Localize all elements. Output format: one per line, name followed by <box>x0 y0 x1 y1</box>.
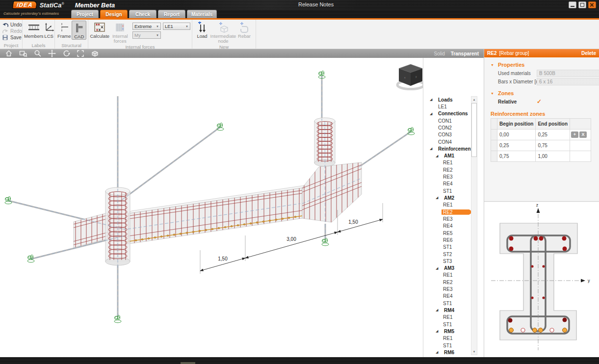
expander-icon[interactable]: ◢ <box>430 98 432 102</box>
zoom-window-icon[interactable] <box>19 50 27 57</box>
scrollbar-thumb[interactable] <box>471 103 477 157</box>
zone-row: 0,250,75 <box>491 140 591 151</box>
ribbon-group-new: Load Intermediate node Rebar New <box>192 20 256 49</box>
expander-icon[interactable]: ◢ <box>436 196 438 200</box>
frame-icon <box>59 22 69 33</box>
tree-item-label: Reinforcement <box>438 146 472 152</box>
tree-item-label: RM4 <box>444 308 454 313</box>
z-axis-label: z <box>536 203 539 208</box>
solid-view-icon[interactable] <box>91 50 99 57</box>
zoom-fit-icon[interactable] <box>77 50 84 57</box>
save-button[interactable]: Save <box>2 35 22 40</box>
tree-item-label: ST1 <box>443 188 452 194</box>
inspector-header: RE2 [Rebar group] Delete <box>484 49 599 57</box>
tree-item-label: RE1 <box>443 272 452 278</box>
solid-toggle[interactable]: Solid <box>434 51 445 56</box>
delete-button[interactable]: Delete <box>581 51 596 56</box>
remove-zone-button[interactable]: X <box>579 131 587 138</box>
undo-icon <box>2 22 8 27</box>
tab-check[interactable]: Check <box>129 10 156 18</box>
app-logo: IDEA StatiCa® Member Beta <box>13 1 115 9</box>
extreme-dropdown[interactable]: Extreme▼ <box>132 23 161 30</box>
end-position-header: End position <box>536 119 570 130</box>
load-case-dropdown[interactable]: LE1▼ <box>163 23 190 30</box>
end-position-cell[interactable]: 0,75 <box>536 140 570 151</box>
tree-item-label: RE4 <box>443 181 452 186</box>
tab-report[interactable]: Report <box>158 10 185 18</box>
y-axis-arrow <box>581 279 585 283</box>
transparent-toggle[interactable]: Transparent <box>451 51 479 56</box>
begin-position-header: Begin position <box>497 119 536 130</box>
tree-item-label: RE1 <box>443 336 452 341</box>
tree-scrollbar[interactable]: ▲ ▼ <box>471 96 477 355</box>
relative-checkbox[interactable]: ✓ <box>537 98 542 105</box>
expander-icon[interactable]: ◢ <box>436 266 438 270</box>
scroll-up-icon[interactable]: ▲ <box>471 97 477 103</box>
reinforcement-zones-table: Begin position End position 0,000,25+X0,… <box>491 118 591 162</box>
expander-icon[interactable]: ◢ <box>436 329 438 333</box>
rotate-icon[interactable] <box>62 50 70 57</box>
tab-materials[interactable]: Materials <box>187 10 217 18</box>
rebar-icon <box>239 22 250 33</box>
begin-position-cell[interactable]: 0,00 <box>497 130 536 140</box>
expander-icon[interactable]: ◢ <box>436 308 438 312</box>
selected-item-id: RE2 <box>487 51 496 56</box>
home-view-icon[interactable] <box>5 50 13 57</box>
tree-item-label: AM2 <box>444 195 454 201</box>
begin-position-cell[interactable]: 0,25 <box>497 140 536 151</box>
collapse-triangle-icon[interactable]: ▼ <box>491 92 494 95</box>
pan-icon[interactable] <box>48 50 56 57</box>
members-button[interactable]: Members <box>24 21 44 39</box>
panel-divider <box>484 201 599 202</box>
statica-logo: StatiCa® <box>40 1 64 9</box>
inspector-panel: RE2 [Rebar group] Delete ▼ Properties Us… <box>484 49 599 357</box>
frame-button[interactable]: Frame <box>56 21 72 39</box>
expander-icon[interactable]: ◢ <box>436 350 438 354</box>
chevron-down-icon: ▼ <box>156 34 159 37</box>
undo-button[interactable]: Undo <box>2 22 22 27</box>
expander-icon[interactable]: ◢ <box>430 147 432 151</box>
begin-position-cell[interactable]: 0,75 <box>497 151 536 162</box>
tab-design[interactable]: Design <box>100 10 128 18</box>
chevron-down-icon: ▼ <box>156 25 159 28</box>
tree-item-label: RE3 <box>443 286 452 292</box>
load-button[interactable]: Load <box>194 21 210 39</box>
load-icon <box>197 22 208 33</box>
lcs-button[interactable]: LCS <box>44 21 54 39</box>
zoom-icon[interactable] <box>34 50 42 57</box>
expander-icon[interactable]: ◢ <box>430 112 432 116</box>
tab-project[interactable]: Project <box>71 10 99 18</box>
internal-forces-icon <box>114 22 126 33</box>
internal-forces-button: Internal forces <box>110 21 130 44</box>
tree-item-label: CON2 <box>438 125 452 130</box>
dimension-label: 1,50 <box>348 219 358 225</box>
add-zone-button[interactable]: + <box>571 131 578 138</box>
scroll-down-icon[interactable]: ▼ <box>471 349 477 355</box>
structural-model-canvas: 1,50 3,00 1,50 x y <box>0 58 423 357</box>
lcs-icon <box>44 22 54 33</box>
z-axis-arrow <box>537 208 540 213</box>
dimension-label: 3,00 <box>286 236 296 242</box>
cad-button[interactable]: CAD <box>72 21 86 40</box>
properties-section-header[interactable]: ▼ Properties <box>484 60 599 69</box>
maximize-button[interactable] <box>578 1 586 8</box>
cad-icon <box>74 22 84 34</box>
tree-item-label: CON3 <box>438 132 452 137</box>
expander-icon[interactable]: ◢ <box>436 154 438 158</box>
collapse-triangle-icon[interactable]: ▼ <box>491 63 494 67</box>
tree-item-label: ST1 <box>443 244 452 250</box>
zones-section-header[interactable]: ▼ Zones <box>484 89 599 98</box>
viewport-3d[interactable]: 1,50 3,00 1,50 x y <box>0 58 423 357</box>
redo-icon <box>2 28 8 34</box>
minimize-button[interactable] <box>569 1 576 8</box>
end-position-cell[interactable]: 1,00 <box>536 151 570 162</box>
cross-section-preview: z y <box>484 202 599 357</box>
calculate-button[interactable]: Calculate <box>90 21 110 39</box>
tagline: Calculate yesterday's estimates <box>3 11 59 16</box>
view-cube[interactable]: x y <box>397 64 423 89</box>
end-position-cell[interactable]: 0,25 <box>536 130 570 140</box>
release-notes-link[interactable]: Release Notes <box>298 1 334 7</box>
tree-item-label: Loads <box>438 97 452 103</box>
close-button[interactable] <box>588 1 596 8</box>
members-icon <box>27 22 40 33</box>
